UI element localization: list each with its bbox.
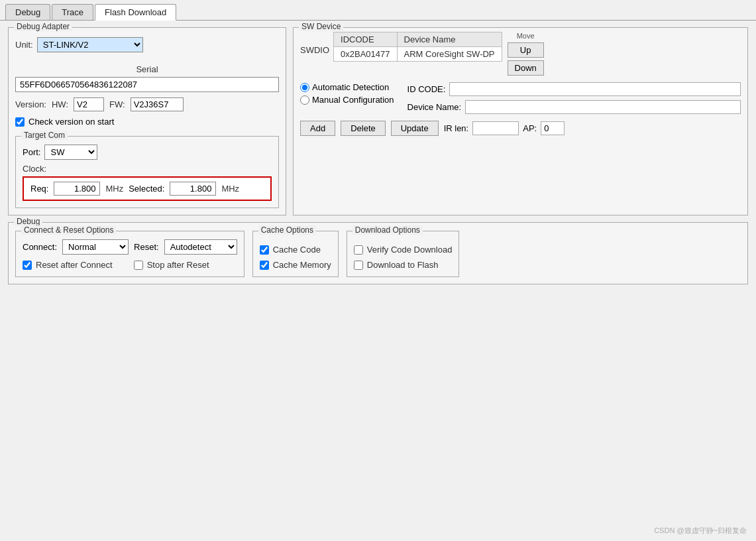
check-version-row: Check version on start (15, 117, 279, 127)
table-row[interactable]: 0x2BA01477 ARM CoreSight SW-DP (334, 47, 502, 62)
tab-bar: Debug Trace Flash Download (0, 0, 756, 21)
add-del-row: Add Delete Update IR len: AP: (300, 121, 741, 136)
ir-len-input[interactable] (472, 121, 519, 135)
req-label: Req: (30, 184, 48, 194)
reset-select[interactable]: Autodetect HW RESET SW RESET (164, 239, 237, 255)
top-row: Debug Adapter Unit: ST-LINK/V2 ST-LINK/V… (8, 27, 748, 215)
download-options-box: Download Options Verify Code Download Do… (347, 231, 460, 277)
sw-table: IDCODE Device Name 0x2BA01477 ARM CoreSi… (333, 32, 502, 62)
download-to-flash-row: Download to Flash (354, 260, 453, 270)
reset-after-connect-checkbox[interactable] (23, 261, 32, 270)
device-name-config-label: Device Name: (407, 102, 462, 112)
unit-label-text: Unit: (15, 40, 33, 50)
manual-configuration-label: Manual Configuration (312, 95, 394, 105)
delete-button[interactable]: Delete (341, 121, 386, 136)
update-button[interactable]: Update (391, 121, 439, 136)
connect-select[interactable]: Normal Under Reset Pre-reset (62, 239, 129, 255)
selected-unit: MHz (221, 184, 239, 194)
req-input[interactable] (54, 182, 100, 196)
req-unit: MHz (105, 184, 123, 194)
port-label: Port: (23, 147, 40, 157)
manual-configuration-radio[interactable] (300, 95, 309, 105)
id-code-col: ID CODE: Device Name: (407, 82, 741, 114)
stop-after-reset-label: Stop after Reset (147, 260, 209, 270)
reset-after-connect-row: Reset after Connect Stop after Reset (23, 260, 237, 270)
cache-code-row: Cache Code (260, 245, 331, 255)
id-code-input[interactable] (449, 82, 741, 96)
ap-input[interactable] (541, 121, 565, 135)
sw-device-panel: SW Device SWDIO IDCODE Device Name (293, 27, 748, 215)
up-button[interactable]: Up (508, 42, 544, 58)
cache-options-group-label: Cache Options (258, 225, 316, 235)
hw-label: HW: (52, 99, 68, 109)
id-code-label: ID CODE: (407, 84, 446, 94)
download-to-flash-checkbox[interactable] (354, 261, 363, 270)
debug-bottom-inner: Connect & Reset Options Connect: Normal … (15, 231, 741, 277)
move-label: Move (508, 32, 544, 40)
check-version-checkbox[interactable] (15, 117, 25, 127)
target-com-group-label: Target Com (21, 131, 68, 140)
connect-row: Connect: Normal Under Reset Pre-reset Re… (23, 239, 237, 255)
cache-code-label: Cache Code (273, 245, 321, 255)
fw-input[interactable] (131, 97, 184, 111)
main-content: Debug Adapter Unit: ST-LINK/V2 ST-LINK/V… (0, 21, 756, 539)
port-row: Port: SW JTAG (23, 145, 272, 160)
tab-debug[interactable]: Debug (5, 4, 50, 20)
automatic-detection-label: Automatic Detection (312, 82, 389, 92)
reset-after-connect-label: Reset after Connect (36, 260, 113, 270)
device-name-input[interactable] (465, 100, 741, 114)
id-code-row: ID CODE: (407, 82, 741, 96)
version-label: Version: (15, 99, 46, 109)
clock-label: Clock: (23, 164, 272, 174)
cache-code-checkbox[interactable] (260, 245, 269, 255)
target-com-section: Target Com Port: SW JTAG Clock: Req: MHz… (15, 136, 279, 208)
irlen-row: IR len: AP: (444, 121, 565, 135)
cell-device-name: ARM CoreSight SW-DP (397, 47, 502, 62)
col-idcode: IDCODE (334, 32, 397, 47)
verify-code-label: Verify Code Download (367, 245, 453, 255)
swdio-label: SWDIO (300, 45, 329, 55)
cache-memory-checkbox[interactable] (260, 261, 269, 270)
verify-code-checkbox[interactable] (354, 245, 363, 255)
debug-bottom-group-label: Debug (14, 217, 42, 226)
unit-row: Unit: ST-LINK/V2 ST-LINK/V3 (15, 37, 279, 52)
stop-after-reset-checkbox[interactable] (134, 261, 143, 270)
clock-box: Req: MHz Selected: MHz (23, 176, 272, 201)
unit-select[interactable]: ST-LINK/V2 ST-LINK/V3 (37, 37, 143, 52)
cache-memory-label: Cache Memory (273, 260, 331, 270)
connect-reset-group-label: Connect & Reset Options (21, 225, 116, 235)
sw-table-area: IDCODE Device Name 0x2BA01477 ARM CoreSi… (333, 32, 502, 62)
fw-label: FW: (109, 99, 125, 109)
sw-device-inner: SWDIO IDCODE Device Name 0 (300, 32, 741, 76)
selected-input[interactable] (170, 182, 216, 196)
download-options-group-label: Download Options (352, 225, 423, 235)
check-version-label: Check version on start (28, 117, 114, 127)
auto-detect-row: Automatic Detection (300, 82, 394, 92)
manual-config-row: Manual Configuration (300, 95, 394, 105)
port-select[interactable]: SW JTAG (44, 145, 97, 160)
down-button[interactable]: Down (508, 60, 544, 76)
col-device-name: Device Name (397, 32, 502, 47)
debug-adapter-panel: Debug Adapter Unit: ST-LINK/V2 ST-LINK/V… (8, 27, 286, 215)
cache-options-box: Cache Options Cache Code Cache Memory (252, 231, 339, 277)
add-button[interactable]: Add (300, 121, 335, 136)
cell-idcode: 0x2BA01477 (334, 47, 397, 62)
cache-memory-row: Cache Memory (260, 260, 331, 270)
watermark: CSDN @致虚守静~归根复命 (654, 526, 747, 536)
sw-device-label: SW Device (299, 22, 343, 31)
radio-col: Automatic Detection Manual Configuration (300, 82, 394, 105)
selected-label: Selected: (129, 184, 164, 194)
tab-trace[interactable]: Trace (52, 4, 93, 20)
reset-label: Reset: (134, 242, 159, 252)
radio-config-area: Automatic Detection Manual Configuration… (300, 82, 741, 114)
ir-len-label: IR len: (444, 123, 469, 133)
serial-input[interactable] (15, 77, 279, 92)
serial-label: Serial (15, 64, 279, 74)
version-row: Version: HW: FW: (15, 97, 279, 111)
tab-flash-download[interactable]: Flash Download (95, 4, 176, 21)
serial-section: Serial (15, 64, 279, 92)
debug-adapter-label: Debug Adapter (14, 22, 72, 31)
ap-label: AP: (523, 123, 537, 133)
automatic-detection-radio[interactable] (300, 83, 309, 92)
hw-input[interactable] (74, 97, 104, 111)
